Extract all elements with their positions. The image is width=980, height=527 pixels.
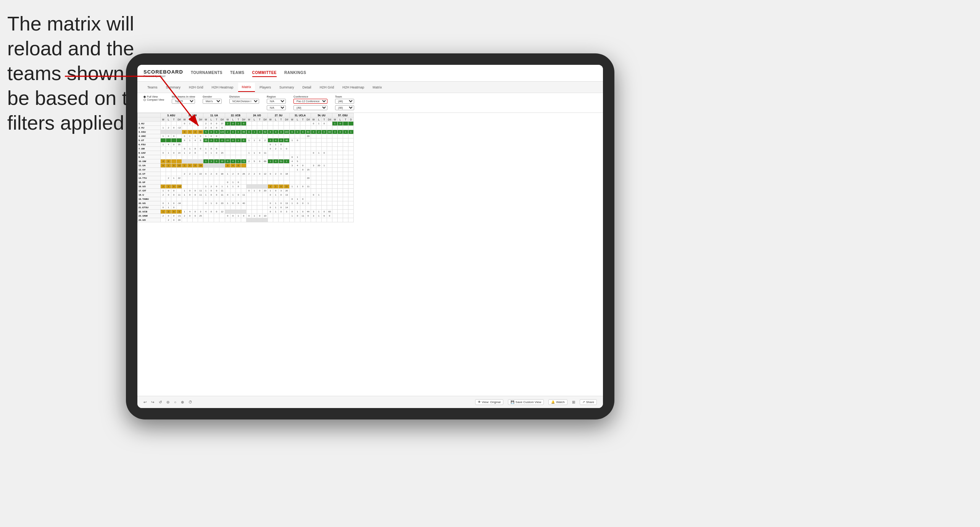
tab-bar: Teams Summary H2H Grid H2H Heatmap Matri… [137,82,603,93]
table-row: 15. UF 010 [138,180,354,185]
share-btn[interactable]: ↗ Share [580,399,597,405]
sh-osu-l: L [338,117,343,122]
team-ut: 5. UT [138,138,161,143]
team-uf: 15. UF [138,180,161,185]
sh-asu-d: Dif [177,117,182,122]
table-row: 10. UW 40 13032 04172 25066 10511 45 [138,159,354,164]
redo-icon[interactable]: ↪ [151,400,154,404]
full-view-radio[interactable]: Full View [143,95,164,98]
save-custom-btn[interactable]: 💾 Save Custom View [508,399,544,405]
timer-icon[interactable]: ⏱ [189,400,192,404]
save-custom-label: Save Custom View [516,400,541,404]
tab-teams[interactable]: Teams [143,83,161,92]
team-etsu: 21. ETSU [138,206,161,210]
table-row: 9. UA 01 [138,155,354,159]
tab-h2h-grid2[interactable]: H2H Grid [316,83,338,92]
col-uw: 10. UW [182,113,203,117]
conference-filter: Conference Pac-12 Conference (All) [293,95,327,110]
sh-osu-w: W [332,117,338,122]
sh-ucb-t: T [236,117,241,122]
team-select[interactable]: (All) [335,99,354,104]
sh-uw-l: L [187,117,193,122]
gender-select[interactable]: Men's [203,99,222,104]
full-view-label: Full View [147,95,158,98]
tab-h2h-heatmap[interactable]: H2H Heatmap [208,83,237,92]
sh-su-l: L [273,117,279,122]
tab-players[interactable]: Players [256,83,275,92]
tab-h2h-grid[interactable]: H2H Grid [185,83,207,92]
conference-select2[interactable]: (All) [293,105,327,110]
matrix-content[interactable]: 3. ASU 10. UW 11. UA 22. UCB 24. UO 27. … [137,113,603,401]
logo-sub: Powered by clippd [143,75,183,77]
team-uo2: 24. UO [138,218,161,222]
undo-icon[interactable]: ↩ [143,400,147,404]
table-row: 5. UT 0140 35010 22010 1102 10040 10 [138,138,354,143]
header-empty [138,113,161,117]
view-original-btn[interactable]: 👁 View: Original [475,399,503,405]
bottom-toolbar: ↩ ↪ ↺ ⊖ ○ ⊕ ⏱ 👁 View: Original 💾 Save Cu… [137,396,603,408]
col-asu: 3. ASU [161,113,182,117]
team-au: 1. AU [138,122,161,126]
eye-icon: 👁 [478,400,481,404]
col-ua: 11. UA [203,113,225,117]
max-teams-select[interactable]: Top 25 [172,99,195,104]
tab-matrix2[interactable]: Matrix [369,83,386,92]
sh-ucb-w: W [225,117,230,122]
table-row: 3. ASU 04080 500120 20048 01052 600160 6… [138,130,354,134]
gender-filter: Gender Men's [203,95,222,104]
team-filter: Team (All) (All) [335,95,354,110]
view-radio-group: Full View Compact View [143,95,164,101]
sh-ucla-l: L [295,117,300,122]
col-uu: 54. UU [311,113,332,117]
view-filter-group: Full View Compact View [143,95,164,101]
nav-bar: SCOREBOARD Powered by clippd TOURNAMENTS… [137,65,603,82]
sh-uw-w: W [182,117,187,122]
table-row: 2. VU 120-12 2000 [138,126,354,130]
sh-ucla-t: T [300,117,306,122]
team-u: 18. U [138,193,161,197]
table-row: 7. UM 0100 100 0210 [138,147,354,151]
team-tamu: 19. TAMU [138,197,161,201]
max-teams-filter: Max teams in view Top 25 [172,95,195,104]
region-select2[interactable]: N/A [267,105,286,110]
table-row: 13. UT 22122 02030 12026 22012 02018 [138,172,354,176]
zoom-reset-icon[interactable]: ○ [174,400,176,404]
nav-rankings[interactable]: RANKINGS [284,69,306,77]
filter-bar: Full View Compact View Max teams in view… [137,93,603,113]
team-git: 17. GIT [138,189,161,193]
grid-icon[interactable]: ⊞ [572,400,575,404]
team-select2[interactable]: (All) [335,105,354,110]
nav-tournaments[interactable]: TOURNAMENTS [191,69,222,77]
tab-matrix[interactable]: Matrix [238,83,255,92]
sh-uo-l: L [252,117,257,122]
table-row: 24. UO 2029 [138,218,354,222]
logo-area: SCOREBOARD Powered by clippd [143,69,183,77]
refresh-icon[interactable]: ↺ [159,400,162,404]
sh-uw-t: T [193,117,198,122]
division-filter: Division NCAA Division I [229,95,259,104]
tab-summary[interactable]: Summary [162,83,185,92]
conference-select[interactable]: Pac-12 Conference [293,99,327,104]
col-osu: 57. OSU [332,113,354,117]
team-ug: 20. UG [138,201,161,206]
region-select[interactable]: N/A [267,99,286,104]
team-ut2: 13. UT [138,172,161,176]
tab-h2h-heatmap2[interactable]: H2H Heatmap [338,83,368,92]
team-unc: 4. UNC [138,134,161,138]
nav-teams[interactable]: TEAMS [230,69,245,77]
nav-committee[interactable]: COMMITTEE [252,69,277,77]
sh-ua-w: W [203,117,209,122]
team-uaf: 8. UAF [138,151,161,155]
table-row: 20. UG 010-34 01023 10040 01013 1001 [138,201,354,206]
tab-detail[interactable]: Detail [299,83,315,92]
team-fsu: 6. FSU [138,143,161,147]
zoom-out-icon[interactable]: ⊖ [166,400,169,404]
tab-summary2[interactable]: Summary [276,83,298,92]
team-unm: 23. UNM [138,214,161,218]
team-asu: 3. ASU [138,130,161,134]
watch-btn[interactable]: 🔔 Watch [548,399,567,405]
division-select[interactable]: NCAA Division I [229,99,259,104]
compact-view-radio[interactable]: Compact View [143,98,164,101]
table-row: 4. UNC 100 0110 100 29 [138,134,354,138]
zoom-in-icon[interactable]: ⊕ [181,400,184,404]
